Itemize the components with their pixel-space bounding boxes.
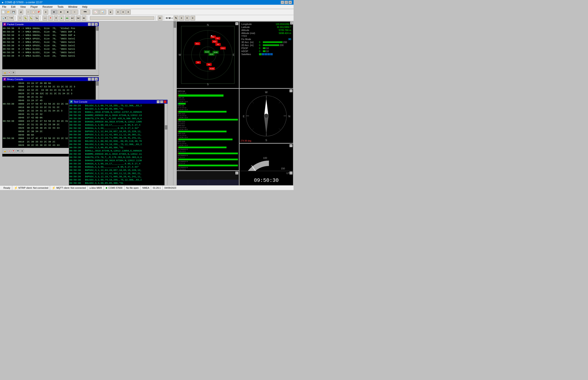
tb-gear2[interactable]: ⚙	[121, 10, 125, 14]
tb-end[interactable]: |▶|	[76, 16, 81, 20]
binary-minimize[interactable]: ─	[88, 78, 91, 81]
packet-console-controls[interactable]: ─ □ ✕	[88, 23, 98, 26]
tb-wave[interactable]: 〜▼	[8, 16, 14, 20]
binary-pause[interactable]: ⏸	[20, 149, 24, 153]
tb-play2[interactable]: ▶	[59, 16, 64, 20]
menu-help[interactable]: Help	[81, 5, 89, 9]
tb-settings3[interactable]: ⚙	[190, 16, 195, 20]
menu-player[interactable]: Player	[29, 5, 39, 9]
text-minimize[interactable]: ─	[157, 100, 160, 103]
tb-ffwd[interactable]: ▶▶	[65, 16, 70, 20]
menu-view[interactable]: View	[19, 5, 27, 9]
port-led: ●	[105, 186, 108, 190]
tb-gear[interactable]: ⚙	[116, 10, 120, 14]
status-ready: Ready	[2, 186, 12, 190]
tb-gear3[interactable]: ⚙	[126, 10, 131, 14]
tb-rec1[interactable]: ▣	[51, 10, 57, 14]
packet-lock-icon[interactable]: 🔒	[3, 71, 7, 74]
sky-west: W	[179, 53, 181, 56]
progress-bar	[90, 16, 154, 20]
tb-chart2[interactable]: 📊	[99, 10, 106, 14]
tb-paste[interactable]: 📌	[36, 10, 41, 14]
info-table: Longitude 120.20161050 ? Latitude 30.301…	[241, 23, 292, 56]
tb-sat[interactable]: 🛰	[174, 16, 178, 20]
tb-antenna[interactable]: 📡▼	[1, 16, 7, 20]
menu-receiver[interactable]: Receiver	[41, 5, 54, 9]
binary-maximize[interactable]: □	[91, 78, 94, 81]
binary-pc[interactable]: 💻	[16, 149, 19, 153]
text-scrollbar[interactable]	[164, 104, 167, 185]
tb-save[interactable]: 💾	[11, 10, 16, 14]
speed-close-btn[interactable]: ✕	[290, 144, 293, 147]
tb-step[interactable]: ▶|	[70, 16, 75, 20]
text-line: 09:50:30 $GNGSA,A,3,69,,,,,,,,,,6.95,5.2…	[69, 166, 167, 169]
compass-close-btn[interactable]: ✕	[290, 89, 293, 92]
clock-close-btn[interactable]: ✕	[290, 171, 293, 174]
scrollbar-thumb[interactable]	[174, 21, 176, 28]
map-close-btn[interactable]: ✕	[235, 171, 238, 174]
tb-prev[interactable]: ◀◀	[43, 16, 47, 20]
binary-heart[interactable]: ♥	[12, 149, 15, 153]
title-bar-left: ● COM5 @ 57600 - u-center 22.07	[2, 1, 42, 4]
tb-bug2[interactable]: 🐛	[29, 16, 34, 20]
binary-x-btn[interactable]: ✕	[8, 149, 11, 153]
tb-settings2[interactable]: ⚙	[185, 16, 190, 20]
menu-file[interactable]: File	[1, 5, 8, 9]
tb-rec3[interactable]: ▩	[65, 10, 71, 14]
tb-print[interactable]: 🖨	[18, 10, 23, 14]
altitude-label: Altitude	[241, 29, 258, 32]
text-console-controls[interactable]: ─ □ ✕	[157, 100, 167, 103]
svg-text:R21: R21	[196, 43, 199, 45]
packet-close[interactable]: ✕	[95, 23, 98, 26]
tb-open[interactable]: 📂	[6, 10, 11, 14]
tb-cfg[interactable]: ⚙	[43, 10, 48, 14]
sat-bar-5	[270, 53, 273, 55]
tb-pause[interactable]: ⏸	[54, 16, 58, 20]
text-maximize[interactable]: □	[160, 100, 163, 103]
tb-bug3[interactable]: 🐜	[35, 16, 39, 20]
sig-glo-r3-bar	[178, 165, 238, 166]
fix-mode-row: Fix Mode 3D	[241, 38, 292, 41]
tb-last[interactable]: ⏭	[82, 16, 86, 20]
tb-settings1[interactable]: ⚙	[179, 16, 184, 20]
hdop-bar-container: 0 10	[259, 50, 291, 53]
tb-cut[interactable]: ✂	[26, 10, 31, 14]
tb-play[interactable]: ▶	[108, 10, 113, 14]
sig-gps-g17-elev: El 33.00 Az	[178, 127, 238, 129]
tb-record[interactable]: ●	[48, 16, 53, 20]
tb-end2[interactable]: ⏭	[158, 16, 162, 20]
text-close[interactable]: ✕	[164, 100, 167, 103]
tb-H: H	[166, 17, 168, 19]
close-button[interactable]: ✕	[288, 1, 292, 4]
sky-close-btn[interactable]: ✕	[235, 22, 238, 25]
packet-maximize[interactable]: □	[91, 23, 94, 26]
maximize-button[interactable]: □	[285, 1, 288, 4]
binary-close[interactable]: ✕	[95, 78, 98, 81]
binary-scroll-thumb[interactable]	[96, 81, 99, 86]
tb-chart[interactable]: 📈	[92, 10, 99, 14]
minimize-button[interactable]: ─	[281, 1, 284, 4]
binary-console-controls[interactable]: ─ □ ✕	[88, 78, 98, 81]
packet-settings[interactable]: ⚙	[12, 71, 15, 74]
tb-copy[interactable]: 📋	[31, 10, 36, 14]
binary-lock-icon[interactable]: 🔒	[3, 149, 7, 153]
packet-console-title: Packet Console	[7, 23, 24, 26]
packet-scrollbar[interactable]	[96, 26, 99, 70]
tb-rec4[interactable]: ◻	[71, 10, 78, 14]
packet-scroll-thumb[interactable]	[96, 26, 99, 31]
menu-window[interactable]: Window	[67, 5, 79, 9]
main-scrollbar-v[interactable]	[173, 21, 176, 185]
tb-map[interactable]: 🗺▼	[80, 10, 90, 14]
text-scroll-thumb[interactable]	[165, 125, 167, 130]
menu-edit[interactable]: Edit	[10, 5, 17, 9]
tb-bug[interactable]: 🐛	[23, 16, 28, 20]
tb-new[interactable]: 📄	[1, 10, 6, 14]
tb-cursor[interactable]: ⊹	[18, 16, 22, 20]
packet-x-btn[interactable]: ✕	[8, 71, 11, 74]
menu-tools[interactable]: Tools	[56, 5, 65, 9]
tb-rec2[interactable]: ▦	[58, 10, 64, 14]
sig-l1ca-12-bar-row	[178, 103, 238, 105]
packet-minimize[interactable]: ─	[88, 23, 91, 26]
sig-gps-g5-elev: El 15.0 A	[178, 99, 238, 101]
title-bar-controls[interactable]: ─ □ ✕	[281, 1, 292, 4]
